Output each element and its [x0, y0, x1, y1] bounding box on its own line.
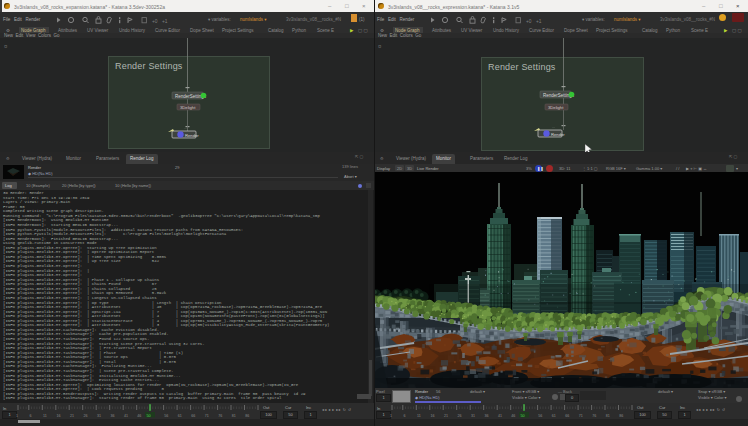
svg-text:...: ... [184, 126, 187, 130]
svg-text:31: 31 [471, 414, 475, 418]
svg-text:81: 81 [232, 414, 236, 418]
svg-text:41: 41 [498, 414, 502, 418]
svg-text:66: 66 [191, 414, 195, 418]
svg-text:Render: Render [551, 132, 565, 137]
svg-text:16: 16 [56, 414, 60, 418]
svg-text:81: 81 [606, 414, 610, 418]
svg-text:11: 11 [417, 414, 421, 418]
svg-text:26: 26 [457, 414, 461, 418]
svg-text:56: 56 [164, 414, 168, 418]
svg-text:21: 21 [70, 414, 74, 418]
svg-text:66: 66 [565, 414, 569, 418]
svg-text:21: 21 [444, 414, 448, 418]
svg-text:¤: ¤ [4, 43, 7, 49]
svg-text:61: 61 [178, 414, 182, 418]
svg-text:6: 6 [404, 414, 406, 418]
svg-text:3Delight: 3Delight [548, 105, 564, 110]
svg-text:71: 71 [205, 414, 209, 418]
svg-text:36: 36 [110, 414, 114, 418]
svg-text:36: 36 [484, 414, 488, 418]
svg-text:16: 16 [430, 414, 434, 418]
svg-text:+0: +0 [152, 19, 158, 24]
svg-text:31: 31 [97, 414, 101, 418]
svg-text:76: 76 [592, 414, 596, 418]
svg-text:...: ... [552, 125, 555, 129]
svg-text:¤: ¤ [378, 43, 381, 49]
svg-text:+1: +1 [536, 19, 542, 24]
svg-text:3Delight: 3Delight [180, 105, 196, 110]
svg-text:50: 50 [521, 414, 525, 418]
svg-text:46: 46 [511, 414, 515, 418]
svg-text:56: 56 [538, 414, 542, 418]
svg-text:86: 86 [619, 414, 623, 418]
svg-text:46: 46 [137, 414, 141, 418]
svg-text:41: 41 [124, 414, 128, 418]
svg-text:76: 76 [218, 414, 222, 418]
svg-text:50: 50 [147, 414, 151, 418]
svg-text:86: 86 [245, 414, 249, 418]
svg-text:6: 6 [30, 414, 32, 418]
svg-text:1: 1 [390, 414, 392, 418]
svg-text:61: 61 [552, 414, 556, 418]
svg-text:71: 71 [579, 414, 583, 418]
svg-text:26: 26 [83, 414, 87, 418]
svg-text:+1: +1 [162, 19, 168, 24]
svg-text:Render: Render [185, 133, 199, 138]
svg-text:+0: +0 [526, 19, 532, 24]
svg-text:11: 11 [43, 414, 47, 418]
svg-text:1: 1 [16, 414, 18, 418]
